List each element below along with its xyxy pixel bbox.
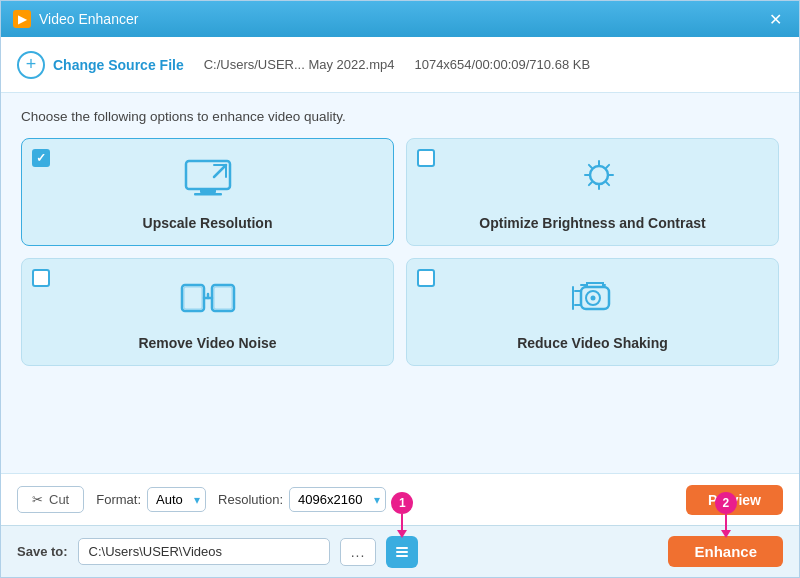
window-title: Video Enhancer (39, 11, 138, 27)
svg-line-13 (606, 165, 609, 168)
svg-rect-17 (212, 285, 234, 311)
option-upscale[interactable]: Upscale Resolution (21, 138, 394, 246)
option-shaking[interactable]: Reduce Video Shaking (406, 258, 779, 366)
option-brightness[interactable]: Optimize Brightness and Contrast (406, 138, 779, 246)
svg-rect-29 (396, 555, 408, 557)
checkbox-brightness[interactable] (417, 149, 435, 167)
list-icon-button[interactable] (386, 536, 418, 568)
options-grid: Upscale Resolution (21, 138, 779, 366)
prompt-text: Choose the following options to enhance … (21, 109, 779, 124)
svg-rect-28 (396, 551, 408, 553)
checkbox-noise[interactable] (32, 269, 50, 287)
svg-line-11 (588, 165, 591, 168)
svg-point-6 (590, 166, 608, 184)
app-window: ▶ Video Enhancer ✕ + Change Source File … (0, 0, 800, 578)
upscale-icon (182, 157, 234, 205)
enhance-area: 2 Enhance (668, 536, 783, 567)
save-bar: Save to: ... 1 2 (1, 525, 799, 577)
option-noise[interactable]: Remove Video Noise (21, 258, 394, 366)
option-upscale-label: Upscale Resolution (143, 215, 273, 231)
close-button[interactable]: ✕ (763, 7, 787, 31)
cut-label: Cut (49, 492, 69, 507)
change-source-button[interactable]: + Change Source File (17, 51, 184, 79)
option-noise-label: Remove Video Noise (138, 335, 276, 351)
checkbox-upscale[interactable] (32, 149, 50, 167)
bottom-toolbar: ✂ Cut Format: Auto Resolution: 4096x2160… (1, 473, 799, 525)
svg-rect-16 (184, 287, 202, 309)
main-content: Choose the following options to enhance … (1, 93, 799, 473)
format-group: Format: Auto (96, 487, 206, 512)
svg-rect-27 (396, 547, 408, 549)
shaking-icon (567, 277, 619, 325)
svg-line-5 (214, 165, 226, 177)
file-meta: 1074x654/00:00:09/710.68 KB (414, 57, 590, 72)
svg-rect-1 (200, 189, 216, 193)
svg-line-12 (606, 182, 609, 185)
svg-rect-2 (194, 193, 222, 196)
app-icon: ▶ (13, 10, 31, 28)
checkbox-shaking[interactable] (417, 269, 435, 287)
noise-icon (180, 277, 236, 325)
svg-line-14 (588, 182, 591, 185)
format-label: Format: (96, 492, 141, 507)
change-source-label: Change Source File (53, 57, 184, 73)
title-bar: ▶ Video Enhancer ✕ (1, 1, 799, 37)
resolution-group: Resolution: 4096x2160 (218, 487, 386, 512)
scissors-icon: ✂ (32, 492, 43, 507)
preview-button[interactable]: Preview (686, 485, 783, 515)
svg-rect-15 (182, 285, 204, 311)
format-select[interactable]: Auto (147, 487, 206, 512)
option-brightness-label: Optimize Brightness and Contrast (479, 215, 705, 231)
cut-button[interactable]: ✂ Cut (17, 486, 84, 513)
file-path: C:/Users/USER... May 2022.mp4 (204, 57, 395, 72)
svg-rect-18 (214, 287, 232, 309)
brightness-icon (567, 157, 619, 205)
svg-point-23 (590, 296, 595, 301)
save-path-input[interactable] (78, 538, 330, 565)
resolution-select-wrapper: 4096x2160 (289, 487, 386, 512)
resolution-select[interactable]: 4096x2160 (289, 487, 386, 512)
source-bar: + Change Source File C:/Users/USER... Ma… (1, 37, 799, 93)
enhance-button[interactable]: Enhance (668, 536, 783, 567)
resolution-label: Resolution: (218, 492, 283, 507)
browse-button[interactable]: ... (340, 538, 377, 566)
title-bar-left: ▶ Video Enhancer (13, 10, 138, 28)
save-label: Save to: (17, 544, 68, 559)
plus-icon: + (17, 51, 45, 79)
option-shaking-label: Reduce Video Shaking (517, 335, 668, 351)
format-select-wrapper: Auto (147, 487, 206, 512)
list-icon-area: 1 (386, 536, 418, 568)
